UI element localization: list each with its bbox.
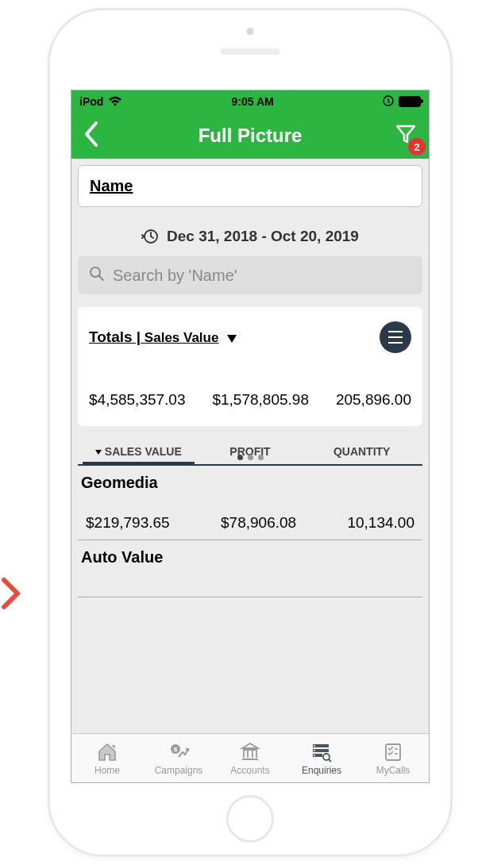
home-button[interactable] <box>226 795 274 843</box>
page-title: Full Picture <box>199 125 303 147</box>
back-button[interactable] <box>83 120 100 152</box>
nav-accounts[interactable]: Accounts <box>214 734 286 782</box>
nav-label: Campaigns <box>155 765 203 776</box>
bottom-nav: Home $ Campaigns Accounts Enquiries <box>71 733 429 782</box>
search-box[interactable] <box>78 256 422 294</box>
phone-frame: iPod 9:05 AM Full Picture <box>48 8 453 857</box>
time-label: 9:05 AM <box>232 95 274 108</box>
totals-card: Totals | Sales Value $4,585,357.03 $1,57… <box>78 307 422 426</box>
svg-line-3 <box>99 276 103 280</box>
content: Name Dec 31, 2018 - Oct 20, 2019 Totals … <box>71 159 429 733</box>
nav-label: Accounts <box>230 765 269 776</box>
status-bar: iPod 9:05 AM <box>71 90 429 113</box>
tab-sales-value[interactable]: SALES VALUE <box>83 439 195 464</box>
item-sales-value: $219,793.65 <box>86 514 170 532</box>
totals-sort-label: Sales Value <box>141 330 218 345</box>
totals-sort[interactable]: Totals | Sales Value <box>89 328 237 346</box>
chevron-right-icon <box>0 576 24 614</box>
tabs: SALES VALUE PROFIT QUANTITY <box>78 432 422 466</box>
list-item[interactable]: Auto Value <box>78 540 422 597</box>
nav-label: Enquiries <box>302 765 341 776</box>
wifi-icon <box>108 96 122 107</box>
name-field[interactable]: Name <box>78 165 422 207</box>
item-profit: $78,906.08 <box>221 514 296 532</box>
item-name: Geomedia <box>81 474 419 492</box>
lock-rotation-icon <box>383 95 394 109</box>
search-input[interactable] <box>113 267 411 285</box>
menu-button[interactable] <box>380 321 411 353</box>
enquiries-icon <box>310 741 333 763</box>
totals-quantity: 205,896.00 <box>336 391 411 409</box>
svg-point-11 <box>314 755 315 756</box>
item-name: Auto Value <box>81 548 419 567</box>
home-icon <box>96 741 118 763</box>
name-label: Name <box>90 177 133 194</box>
totals-profit: $1,578,805.98 <box>212 391 309 409</box>
nav-home[interactable]: Home <box>71 734 143 782</box>
nav-bar: Full Picture 2 <box>71 113 429 159</box>
svg-point-2 <box>91 267 100 277</box>
nav-campaigns[interactable]: $ Campaigns <box>143 734 214 782</box>
filter-badge: 2 <box>408 138 426 156</box>
svg-point-10 <box>314 750 315 751</box>
totals-sales-value: $4,585,357.03 <box>89 391 186 409</box>
history-icon <box>141 228 159 245</box>
accounts-icon <box>239 741 261 763</box>
nav-label: Home <box>94 765 120 776</box>
nav-mycalls[interactable]: MyCalls <box>357 734 429 782</box>
totals-label: Totals | <box>89 328 141 345</box>
tab-quantity[interactable]: QUANTITY <box>306 439 418 464</box>
filter-button[interactable]: 2 <box>394 122 418 149</box>
search-icon <box>89 266 105 285</box>
triangle-down-icon <box>227 335 237 343</box>
svg-text:$: $ <box>174 746 178 753</box>
svg-point-9 <box>314 745 315 747</box>
date-range-label: Dec 31, 2018 - Oct 20, 2019 <box>167 228 359 245</box>
svg-line-13 <box>329 759 331 762</box>
tab-profit[interactable]: PROFIT <box>195 439 306 464</box>
battery-icon <box>399 96 421 107</box>
mycalls-icon <box>382 741 404 763</box>
list-item[interactable]: Geomedia $219,793.65 $78,906.08 10,134.0… <box>78 466 422 540</box>
nav-enquiries[interactable]: Enquiries <box>286 734 357 782</box>
nav-label: MyCalls <box>376 765 411 776</box>
campaigns-icon: $ <box>168 741 190 763</box>
device-label: iPod <box>79 95 103 108</box>
screen: iPod 9:05 AM Full Picture <box>71 90 430 783</box>
item-quantity: 10,134.00 <box>347 514 414 532</box>
date-range[interactable]: Dec 31, 2018 - Oct 20, 2019 <box>71 213 429 248</box>
list[interactable]: Geomedia $219,793.65 $78,906.08 10,134.0… <box>78 466 422 733</box>
svg-point-12 <box>323 754 330 760</box>
